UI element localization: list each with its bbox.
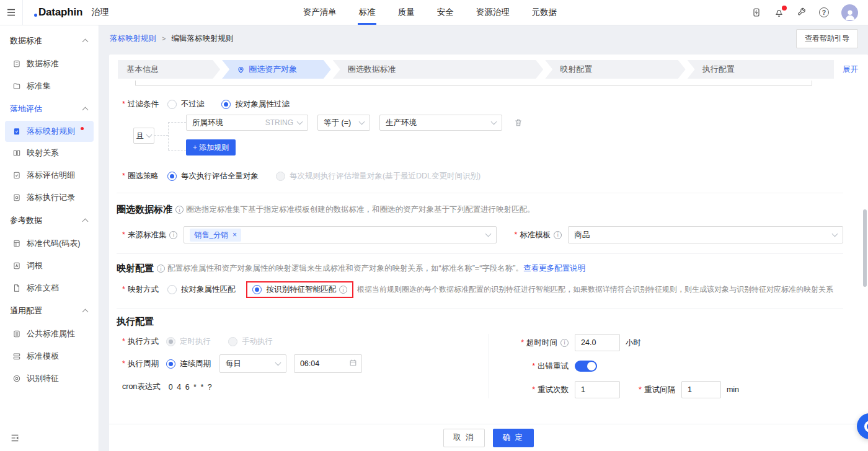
info-icon[interactable] bbox=[175, 206, 184, 214]
avatar[interactable] bbox=[841, 4, 858, 21]
standard-template-label: 标准模板 bbox=[514, 230, 551, 240]
timeout-input[interactable] bbox=[575, 334, 620, 351]
dataphin-logo[interactable]: Dataphin bbox=[34, 6, 82, 19]
collapse-sidebar-icon[interactable] bbox=[10, 433, 20, 443]
sidebar-item-public-attrs[interactable]: 公共标准属性 bbox=[0, 323, 99, 345]
sidebar-section-data-standard[interactable]: 数据标准 bbox=[0, 29, 99, 53]
info-icon[interactable] bbox=[169, 231, 177, 239]
radio-no-filter-label[interactable]: 不过滤 bbox=[181, 99, 205, 110]
connector-line bbox=[168, 150, 186, 151]
wrench-icon[interactable] bbox=[797, 7, 807, 17]
logo-text: Dataphin bbox=[38, 6, 82, 19]
help-icon[interactable] bbox=[819, 7, 829, 17]
clipboard-check-icon bbox=[12, 127, 21, 136]
nav-item-security[interactable]: 安全 bbox=[437, 0, 454, 25]
mapping-method-row: 映射方式 按对象属性匹配 按识别特征智能匹配 根据当前规则圈选的每个数据标准配置… bbox=[122, 281, 843, 298]
hamburger-menu-icon[interactable] bbox=[0, 0, 23, 25]
info-icon[interactable] bbox=[339, 286, 347, 294]
cancel-button[interactable]: 取 消 bbox=[443, 429, 484, 447]
step-label: 圈选数据标准 bbox=[348, 64, 396, 75]
sidebar-item-exec-record[interactable]: 落标执行记录 bbox=[0, 186, 99, 209]
remove-tag-icon[interactable] bbox=[232, 230, 237, 239]
radio-continuous-cycle[interactable] bbox=[166, 359, 175, 369]
radio-full-eval-label[interactable]: 每次执行评估全量对象 bbox=[181, 171, 259, 182]
radio-full-eval[interactable] bbox=[167, 172, 177, 181]
sidebar-item-word-root[interactable]: 词根 bbox=[0, 255, 99, 277]
sidebar-item-standard-set[interactable]: 标准集 bbox=[0, 75, 99, 97]
attributes-icon bbox=[12, 330, 21, 338]
strategy-row: 圈选策略 每次执行评估全量对象 每次规则执行评估增量对象(基于最近DDL变更时间… bbox=[122, 171, 843, 182]
standard-icon bbox=[12, 59, 21, 68]
section-title: 映射配置 bbox=[117, 263, 154, 274]
nav-item-metadata[interactable]: 元数据 bbox=[532, 0, 557, 25]
timeout-unit: 小时 bbox=[626, 338, 641, 348]
radio-continuous-cycle-label[interactable]: 连续周期 bbox=[180, 359, 211, 369]
frequency-select[interactable]: 每日 bbox=[219, 354, 286, 373]
bell-icon[interactable] bbox=[774, 7, 784, 18]
source-standard-set-select[interactable]: 销售_分销 bbox=[184, 226, 497, 243]
info-icon[interactable] bbox=[560, 339, 569, 347]
sidebar-item-data-standard[interactable]: 数据标准 bbox=[0, 53, 99, 75]
rule-value-select[interactable]: 生产环境 bbox=[379, 115, 502, 131]
breadcrumb-separator: > bbox=[162, 35, 166, 42]
info-icon[interactable] bbox=[554, 231, 562, 239]
nav-item-standard[interactable]: 标准 bbox=[359, 0, 376, 25]
sidebar-item-recognition-feature[interactable]: 识别特征 bbox=[0, 367, 99, 390]
expand-link[interactable]: 展开 bbox=[843, 64, 858, 75]
radio-smart-match-label[interactable]: 按识别特征智能匹配 bbox=[266, 284, 336, 295]
section-title: 执行配置 bbox=[117, 316, 154, 328]
step-basic-info[interactable]: 基本信息 bbox=[118, 60, 220, 79]
cron-label: cron表达式 bbox=[122, 382, 161, 392]
connector-line bbox=[154, 135, 168, 136]
step-select-standards[interactable]: 圈选数据标准 bbox=[333, 60, 544, 79]
retry-interval-input[interactable] bbox=[681, 381, 721, 398]
sidebar-item-standard-template[interactable]: 标准模板 bbox=[0, 345, 99, 367]
step-exec-config[interactable]: 执行配置 bbox=[688, 60, 834, 79]
radio-filter-by-attr[interactable] bbox=[221, 100, 231, 109]
product-switcher[interactable]: 治理 bbox=[91, 7, 108, 18]
time-picker[interactable] bbox=[294, 354, 362, 373]
confirm-button[interactable]: 确 定 bbox=[493, 429, 534, 447]
view-help-guide-button[interactable]: 查看帮助引导 bbox=[796, 29, 858, 48]
rule-builder: 且 所属环境 STRING 等于 (=) bbox=[133, 115, 843, 157]
rule-field-type: STRING bbox=[265, 118, 293, 127]
add-rule-button[interactable]: + 添加规则 bbox=[186, 139, 236, 155]
scrollbar-thumb[interactable] bbox=[863, 209, 867, 287]
power-icon[interactable] bbox=[751, 7, 761, 17]
radio-match-by-attr-label[interactable]: 按对象属性匹配 bbox=[181, 284, 236, 295]
target-icon bbox=[12, 374, 21, 383]
radio-filter-by-attr-label[interactable]: 按对象属性过滤 bbox=[235, 99, 290, 110]
sidebar-item-label: 标准模板 bbox=[27, 351, 59, 362]
form-footer: 取 消 确 定 bbox=[109, 424, 868, 451]
nav-item-resource-governance[interactable]: 资源治理 bbox=[476, 0, 510, 25]
radio-no-filter[interactable] bbox=[167, 100, 177, 109]
more-config-link[interactable]: 查看更多配置说明 bbox=[523, 263, 585, 274]
sidebar-item-mapping-rule[interactable]: 落标映射规则 bbox=[5, 121, 94, 142]
step-mapping-config[interactable]: 映射配置 bbox=[545, 60, 685, 79]
breadcrumb-parent-link[interactable]: 落标映射规则 bbox=[110, 33, 156, 44]
rule-operator-select[interactable]: 等于 (=) bbox=[317, 115, 370, 131]
info-icon[interactable] bbox=[157, 265, 165, 273]
sidebar-item-mapping-relation[interactable]: 映射关系 bbox=[0, 142, 99, 164]
radio-smart-match[interactable] bbox=[252, 285, 262, 294]
sidebar-section-landing-eval[interactable]: 落地评估 bbox=[0, 97, 99, 121]
folder-icon bbox=[12, 82, 21, 90]
delete-rule-icon[interactable] bbox=[514, 118, 523, 127]
nav-item-asset-list[interactable]: 资产清单 bbox=[303, 0, 337, 25]
nav-item-quality[interactable]: 质量 bbox=[398, 0, 415, 25]
sidebar-item-label: 公共标准属性 bbox=[27, 328, 75, 339]
sidebar-section-reference-data[interactable]: 参考数据 bbox=[0, 209, 99, 232]
sidebar-item-eval-detail[interactable]: 落标评估明细 bbox=[0, 164, 99, 186]
radio-match-by-attr[interactable] bbox=[167, 285, 177, 294]
retry-count-input[interactable] bbox=[575, 381, 620, 398]
retry-interval-label: 重试间隔 bbox=[639, 385, 675, 395]
step-select-assets[interactable]: 圈选资产对象 bbox=[222, 60, 331, 79]
conjunction-select[interactable]: 且 bbox=[133, 128, 154, 144]
rule-field-select[interactable]: 所属环境 STRING bbox=[186, 115, 308, 131]
sidebar-item-standard-doc[interactable]: 标准文档 bbox=[0, 277, 99, 299]
sidebar-item-code-table[interactable]: 标准代码(码表) bbox=[0, 232, 99, 255]
retry-toggle[interactable] bbox=[575, 361, 597, 372]
standard-template-select[interactable]: 商品 bbox=[568, 226, 843, 243]
exec-cycle-label: 执行周期 bbox=[122, 359, 159, 369]
sidebar-section-general-config[interactable]: 通用配置 bbox=[0, 299, 99, 323]
